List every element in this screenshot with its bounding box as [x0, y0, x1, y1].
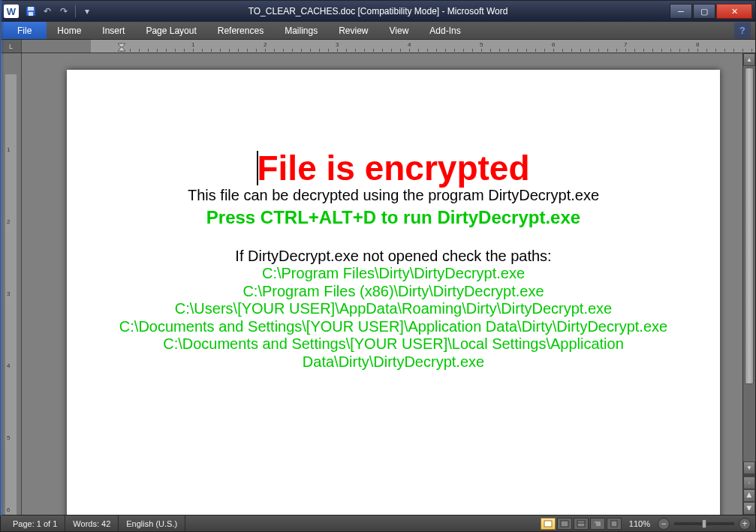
- hotkey-instruction: Press CTRL+ALT+D to run DirtyDecrypt.exe: [97, 207, 690, 228]
- app-icon-letter: W: [7, 6, 16, 17]
- window-title: TO_CLEAR_CACHES.doc [Compatibility Mode]…: [248, 6, 508, 17]
- maximize-button[interactable]: ▢: [693, 4, 715, 19]
- view-outline-icon[interactable]: [590, 518, 605, 530]
- svg-rect-5: [544, 521, 552, 527]
- help-icon[interactable]: ?: [734, 23, 751, 39]
- zoom-out-button[interactable]: −: [658, 518, 670, 530]
- status-language[interactable]: English (U.S.): [119, 515, 185, 531]
- svg-rect-2: [29, 12, 33, 16]
- close-button[interactable]: ✕: [716, 4, 752, 19]
- svg-rect-6: [561, 521, 568, 527]
- qat-separator: [75, 5, 76, 17]
- svg-rect-7: [577, 521, 585, 527]
- path-line: C:\Program Files\Dirty\DirtyDecrypt.exe: [97, 265, 690, 283]
- view-full-screen-icon[interactable]: [557, 518, 572, 530]
- view-print-layout-icon[interactable]: [541, 518, 556, 530]
- zoom-slider-thumb[interactable]: [702, 519, 706, 528]
- save-icon[interactable]: [23, 4, 38, 19]
- heading-encrypted: File is encrypted: [97, 151, 690, 185]
- main-area: 1234567 File is encrypted This file can …: [1, 53, 755, 515]
- tab-view[interactable]: View: [379, 22, 420, 39]
- tab-references[interactable]: References: [207, 22, 274, 39]
- tab-review[interactable]: Review: [328, 22, 378, 39]
- horizontal-ruler[interactable]: 123456789: [22, 40, 755, 53]
- svg-marker-4: [118, 47, 125, 51]
- page-content: File is encrypted This file can be decry…: [67, 70, 720, 401]
- svg-rect-1: [28, 7, 34, 11]
- document-viewport[interactable]: File is encrypted This file can be decry…: [22, 53, 742, 515]
- zoom-slider[interactable]: [674, 522, 734, 525]
- subtext-decrypt-info: This file can be decrypted using the pro…: [97, 187, 690, 204]
- tab-insert[interactable]: Insert: [92, 22, 135, 39]
- ruler-row: L 123456789: [1, 40, 755, 53]
- statusbar: Page: 1 of 1 Words: 42 English (U.S.) 11…: [1, 515, 755, 531]
- scroll-track[interactable]: [743, 66, 755, 461]
- svg-rect-12: [611, 521, 617, 527]
- vertical-scrollbar[interactable]: ▲ ▼ ◦ ⯅ ⯆: [742, 53, 755, 515]
- path-line: C:\Documents and Settings\[YOUR USER]\Lo…: [97, 335, 690, 371]
- file-tab-label: File: [17, 26, 32, 36]
- qat-customize-icon[interactable]: ▾: [80, 4, 95, 19]
- tab-selector[interactable]: L: [1, 40, 22, 53]
- tab-page-layout[interactable]: Page Layout: [135, 22, 206, 39]
- tab-home[interactable]: Home: [47, 22, 92, 39]
- prev-page-icon[interactable]: ⯅: [743, 489, 755, 502]
- status-right: 110% − +: [541, 518, 751, 530]
- view-draft-icon[interactable]: [607, 518, 622, 530]
- status-words[interactable]: Words: 42: [65, 515, 119, 531]
- vertical-ruler[interactable]: 1234567: [1, 53, 22, 515]
- scroll-down-icon[interactable]: ▼: [743, 461, 755, 474]
- word-window: W ↶ ↷ ▾ TO_CLEAR_CACHES.doc [Compatibili…: [0, 0, 756, 532]
- scroll-up-icon[interactable]: ▲: [743, 53, 755, 66]
- zoom-level[interactable]: 110%: [629, 519, 650, 528]
- quick-access-toolbar: ↶ ↷ ▾: [23, 4, 95, 19]
- document-page[interactable]: File is encrypted This file can be decry…: [67, 70, 720, 515]
- minimize-button[interactable]: ─: [670, 4, 692, 19]
- status-page[interactable]: Page: 1 of 1: [5, 515, 65, 531]
- path-line: C:\Users\[YOUR USER]\AppData\Roaming\Dir…: [97, 300, 690, 318]
- view-web-layout-icon[interactable]: [574, 518, 589, 530]
- window-controls: ─ ▢ ✕: [669, 4, 752, 19]
- zoom-in-button[interactable]: +: [739, 518, 751, 530]
- redo-icon[interactable]: ↷: [56, 4, 71, 19]
- titlebar[interactable]: W ↶ ↷ ▾ TO_CLEAR_CACHES.doc [Compatibili…: [1, 1, 755, 22]
- file-tab[interactable]: File: [2, 22, 47, 39]
- browse-object-icon[interactable]: ◦: [743, 476, 755, 489]
- path-line: C:\Program Files (x86)\Dirty\DirtyDecryp…: [97, 283, 690, 301]
- path-line: C:\Documents and Settings\[YOUR USER]\Ap…: [97, 318, 690, 336]
- tab-mailings[interactable]: Mailings: [274, 22, 328, 39]
- ribbon-tabs: File Home Insert Page Layout References …: [1, 22, 755, 40]
- scroll-thumb[interactable]: [745, 68, 754, 384]
- next-page-icon[interactable]: ⯆: [743, 502, 755, 515]
- check-paths-label: If DirtyDecrypt.exe not opened check the…: [97, 248, 690, 265]
- undo-icon[interactable]: ↶: [40, 4, 55, 19]
- tab-add-ins[interactable]: Add-Ins: [419, 22, 471, 39]
- word-app-icon[interactable]: W: [4, 5, 19, 18]
